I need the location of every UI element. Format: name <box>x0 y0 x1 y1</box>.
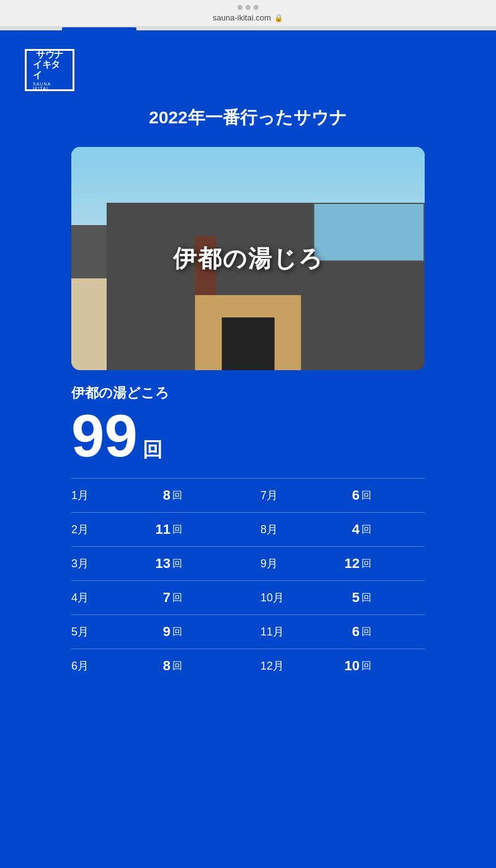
month-label: 6月 <box>71 658 121 673</box>
visit-count-row: 99 回 <box>71 406 425 466</box>
table-row: 4月 7 回 10月 5 回 <box>71 580 425 614</box>
left-half: 5月 9 回 <box>71 624 248 640</box>
main-content: サウナ イキタイ SAUNA IKITAI 2022年一番行ったサウナ 伊都の湯… <box>0 30 496 868</box>
month-label: 1月 <box>71 488 121 503</box>
left-half: 6月 8 回 <box>71 658 248 674</box>
month-label: 4月 <box>71 590 121 605</box>
month-count: 12 <box>310 556 360 572</box>
sauna-image: 伊都の湯じろ <box>71 147 425 370</box>
browser-bar: sauna-ikitai.com 🔒 <box>0 0 496 27</box>
month-label: 10月 <box>260 590 310 605</box>
month-count: 9 <box>121 624 170 640</box>
right-half: 10月 5 回 <box>248 590 425 606</box>
left-half: 2月 11 回 <box>71 521 248 538</box>
browser-dot-1 <box>237 5 242 10</box>
month-count-unit: 回 <box>172 591 182 604</box>
logo-sub: SAUNA IKITAI <box>33 82 66 91</box>
month-count-unit: 回 <box>172 489 182 502</box>
right-half: 12月 10 回 <box>248 658 425 674</box>
logo-text-top: サウナ <box>36 50 63 60</box>
table-row: 1月 8 回 7月 6 回 <box>71 478 425 512</box>
browser-dots <box>237 5 259 10</box>
browser-url-bar[interactable]: sauna-ikitai.com 🔒 <box>213 13 283 22</box>
month-count: 5 <box>310 590 360 606</box>
right-half: 7月 6 回 <box>248 487 425 503</box>
building-door <box>221 317 275 370</box>
month-count-unit: 回 <box>361 660 371 673</box>
month-count-unit: 回 <box>172 660 182 673</box>
table-row: 3月 13 回 9月 12 回 <box>71 546 425 580</box>
left-half: 1月 8 回 <box>71 487 248 503</box>
month-count: 4 <box>310 521 360 538</box>
logo-box: サウナ イキタイ SAUNA IKITAI <box>25 49 74 91</box>
month-label: 9月 <box>260 556 310 571</box>
month-label: 8月 <box>260 522 310 537</box>
month-count-unit: 回 <box>361 523 371 536</box>
right-half: 11月 6 回 <box>248 624 425 640</box>
month-count: 8 <box>121 487 170 503</box>
month-label: 7月 <box>260 488 310 503</box>
month-count: 10 <box>310 658 360 674</box>
lock-icon: 🔒 <box>274 14 283 22</box>
month-count-unit: 回 <box>361 626 371 639</box>
page-title: 2022年一番行ったサウナ <box>149 106 347 130</box>
month-count: 6 <box>310 487 360 503</box>
month-count: 7 <box>121 590 170 606</box>
browser-dot-2 <box>246 5 250 10</box>
table-row: 2月 11 回 8月 4 回 <box>71 512 425 546</box>
month-count-unit: 回 <box>361 591 371 604</box>
month-count-unit: 回 <box>172 557 182 570</box>
monthly-table: 1月 8 回 7月 6 回 2月 11 回 8月 4 回 <box>71 478 425 683</box>
url-text: sauna-ikitai.com <box>213 13 271 22</box>
month-count-unit: 回 <box>172 626 182 639</box>
table-row: 6月 8 回 12月 10 回 <box>71 649 425 683</box>
month-label: 12月 <box>260 658 310 673</box>
total-unit: 回 <box>143 436 162 464</box>
building-glass <box>313 203 425 262</box>
browser-dot-3 <box>254 5 259 10</box>
month-label: 5月 <box>71 624 121 639</box>
total-count: 99 <box>71 406 138 466</box>
right-half: 8月 4 回 <box>248 521 425 538</box>
month-label: 11月 <box>260 624 310 639</box>
logo-text-bottom: イキタイ <box>33 60 66 80</box>
logo-area: サウナ イキタイ SAUNA IKITAI <box>25 49 471 91</box>
month-count-unit: 回 <box>361 489 371 502</box>
right-half: 9月 12 回 <box>248 556 425 572</box>
building-entrance <box>195 295 301 371</box>
sauna-name: 伊都の湯どころ <box>71 384 425 402</box>
month-count-unit: 回 <box>172 523 182 536</box>
month-label: 3月 <box>71 556 121 571</box>
month-count-unit: 回 <box>361 557 371 570</box>
sauna-image-overlay-text: 伊都の湯じろ <box>173 243 324 275</box>
month-count: 11 <box>121 521 170 538</box>
left-half: 3月 13 回 <box>71 556 248 572</box>
sauna-image-bg: 伊都の湯じろ <box>71 147 425 370</box>
month-count: 13 <box>121 556 170 572</box>
month-count: 8 <box>121 658 170 674</box>
month-label: 2月 <box>71 522 121 537</box>
building <box>71 203 425 370</box>
month-count: 6 <box>310 624 360 640</box>
table-row: 5月 9 回 11月 6 回 <box>71 614 425 649</box>
left-half: 4月 7 回 <box>71 590 248 606</box>
